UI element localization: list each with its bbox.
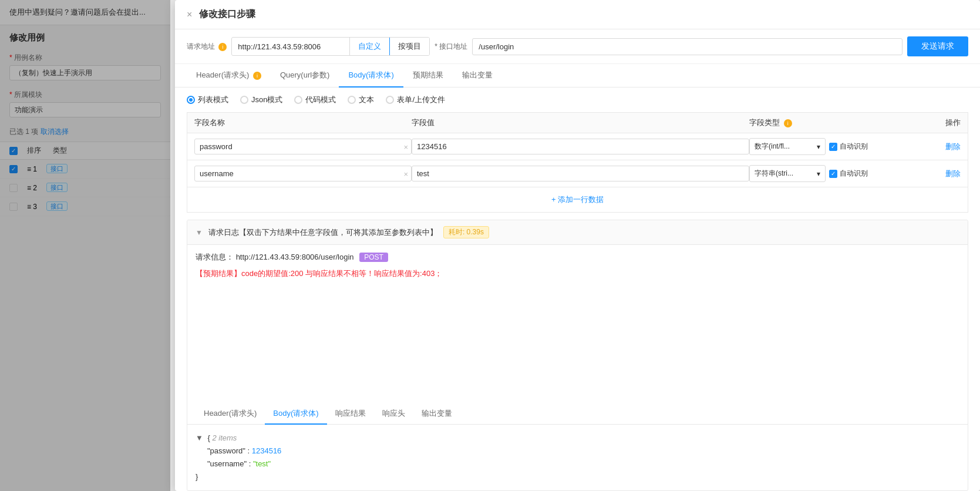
json-password-line: "password" : 1234516 (196, 445, 959, 458)
response-label: * 接口地址 (435, 42, 467, 52)
auto-detect-checkbox-1[interactable]: ✓ (829, 143, 837, 151)
log-header: ▼ 请求日志【双击下方结果中任意字段值，可将其添加至参数列表中】 耗时: 0.3… (187, 220, 968, 245)
tab-body[interactable]: Body(请求体) (339, 64, 403, 88)
log-tab-response[interactable]: 响应结果 (327, 403, 374, 425)
json-colon-1: : (248, 446, 252, 455)
radio-json-mode[interactable]: Json模式 (240, 95, 282, 105)
field-row-password: × 数字(int/fl... ▾ ✓ 自动识别 (187, 133, 968, 160)
field-name-col-2: × (194, 166, 412, 181)
log-tab-resp-header[interactable]: 响应头 (374, 403, 413, 425)
close-icon[interactable]: × (187, 9, 192, 20)
json-password-value: 1234516 (252, 446, 282, 455)
log-tab-body[interactable]: Body(请求体) (265, 403, 326, 425)
col-action-header: 操作 (914, 117, 961, 128)
type-select-2: 字符串(stri... ▾ ✓ 自动识别 (749, 165, 914, 182)
field-name-input-2[interactable] (194, 166, 412, 181)
radio-dot-text (348, 96, 356, 104)
send-button[interactable]: 发送请求 (907, 36, 968, 56)
radio-dot-code (294, 96, 302, 104)
field-action-col-1: 删除 (914, 141, 961, 152)
field-action-col-2: 删除 (914, 168, 961, 179)
json-open-line: ▼ { 2 items (196, 432, 959, 445)
json-viewer: ▼ { 2 items "password" : 1234516 "userna… (187, 425, 968, 490)
response-url-input[interactable] (472, 38, 902, 55)
field-type-col-2: 字符串(stri... ▾ ✓ 自动识别 (749, 165, 914, 182)
type-select-box-2[interactable]: 字符串(stri... ▾ (749, 165, 826, 182)
auto-detect-checkbox-2[interactable]: ✓ (829, 170, 837, 178)
custom-button[interactable]: 自定义 (349, 38, 390, 55)
url-info-icon: i (218, 43, 227, 51)
collapse-icon[interactable]: ▼ (196, 228, 203, 237)
req-info-line: 请求信息： http://121.43.43.59:8006/user/logi… (196, 252, 959, 263)
error-line: 【预期结果】code的期望值:200 与响应结果不相等！响应结果值为:403； (196, 268, 959, 279)
field-type-col-1: 数字(int/fl... ▾ ✓ 自动识别 (749, 138, 914, 155)
radio-list-mode[interactable]: 列表模式 (187, 95, 228, 105)
log-tab-output-var[interactable]: 输出变量 (413, 403, 460, 425)
json-close-line: } (196, 470, 959, 483)
json-items-comment: 2 items (212, 433, 237, 442)
field-table-header: 字段名称 字段值 字段类型 i 操作 (187, 112, 968, 133)
tab-header[interactable]: Header(请求头) i (187, 64, 271, 88)
json-username-line: "username" : "test" (196, 458, 959, 470)
field-value-input-2[interactable] (412, 166, 749, 181)
chevron-down-icon-1: ▾ (817, 143, 820, 151)
tab-output[interactable]: 输出变量 (453, 64, 502, 88)
radio-code-mode[interactable]: 代码模式 (294, 95, 336, 105)
add-row-button[interactable]: + 添加一行数据 (187, 187, 968, 213)
log-body: 请求信息： http://121.43.43.59:8006/user/logi… (187, 245, 968, 403)
col-type-header: 字段类型 i (749, 117, 914, 128)
modal-header: × 修改接口步骤 (175, 0, 980, 29)
auto-detect-1: ✓ 自动识别 (829, 142, 868, 152)
base-url-input[interactable] (232, 39, 349, 55)
delete-button-1[interactable]: 删除 (945, 142, 961, 151)
type-select-box-1[interactable]: 数字(int/fl... ▾ (749, 138, 826, 155)
field-value-input-1[interactable] (412, 139, 749, 154)
field-table: 字段名称 字段值 字段类型 i 操作 × 数字(int (175, 112, 980, 187)
log-section: ▼ 请求日志【双击下方结果中任意字段值，可将其添加至参数列表中】 耗时: 0.3… (187, 220, 968, 491)
json-brace-close: } (196, 472, 198, 481)
log-tab-header[interactable]: Header(请求头) (196, 403, 265, 425)
time-badge: 耗时: 0.39s (443, 226, 489, 238)
auto-detect-2: ✓ 自动识别 (829, 169, 868, 179)
field-row-username: × 字符串(stri... ▾ ✓ 自动识别 (187, 160, 968, 187)
json-password-key: "password" (207, 446, 245, 455)
type-info-icon: i (784, 119, 792, 127)
radio-dot-form (386, 96, 394, 104)
radio-group: 列表模式 Json模式 代码模式 文本 表单/上传文件 (175, 88, 980, 112)
json-username-value: "test" (253, 459, 271, 468)
json-colon-2: : (249, 459, 253, 468)
col-name-header: 字段名称 (194, 117, 412, 128)
radio-text-mode[interactable]: 文本 (348, 95, 374, 105)
field-name-input-1[interactable] (194, 139, 412, 154)
modal-title: 修改接口步骤 (199, 8, 255, 21)
header-info-icon: i (253, 72, 261, 80)
req-url: http://121.43.43.59:8006/user/login (236, 253, 354, 261)
field-name-wrap-1: × (194, 139, 412, 154)
field-clear-icon-1[interactable]: × (403, 142, 408, 151)
field-value-col-2 (412, 166, 749, 181)
url-label: 请求地址 i (187, 42, 227, 52)
field-value-col-1 (412, 139, 749, 154)
field-clear-icon-2[interactable]: × (403, 169, 408, 178)
modal-dialog: × 修改接口步骤 请求地址 i 自定义 按项目 * 接口地址 发送请求 Head… (175, 0, 980, 491)
request-url-group: 自定义 按项目 (231, 37, 430, 56)
radio-form-mode[interactable]: 表单/上传文件 (386, 95, 445, 105)
log-tabs: Header(请求头) Body(请求体) 响应结果 响应头 输出变量 (187, 403, 968, 425)
delete-button-2[interactable]: 删除 (945, 169, 961, 178)
tab-expected[interactable]: 预期结果 (403, 64, 453, 88)
background-overlay (0, 0, 170, 491)
type-select-1: 数字(int/fl... ▾ ✓ 自动识别 (749, 138, 914, 155)
field-name-wrap-2: × (194, 166, 412, 181)
tab-query[interactable]: Query(url参数) (271, 64, 339, 88)
chevron-down-icon-2: ▾ (817, 170, 820, 178)
json-collapse-arrow[interactable]: ▼ (196, 433, 203, 442)
project-button[interactable]: 按项目 (390, 38, 429, 55)
radio-dot-json (240, 96, 248, 104)
col-value-header: 字段值 (412, 117, 749, 128)
post-badge: POST (359, 253, 388, 262)
json-username-key: "username" (207, 459, 247, 468)
json-brace-open: { (208, 433, 210, 442)
request-line: 请求地址 i 自定义 按项目 * 接口地址 发送请求 (175, 29, 980, 64)
field-name-col-1: × (194, 139, 412, 154)
tabs-bar: Header(请求头) i Query(url参数) Body(请求体) 预期结… (175, 64, 980, 88)
